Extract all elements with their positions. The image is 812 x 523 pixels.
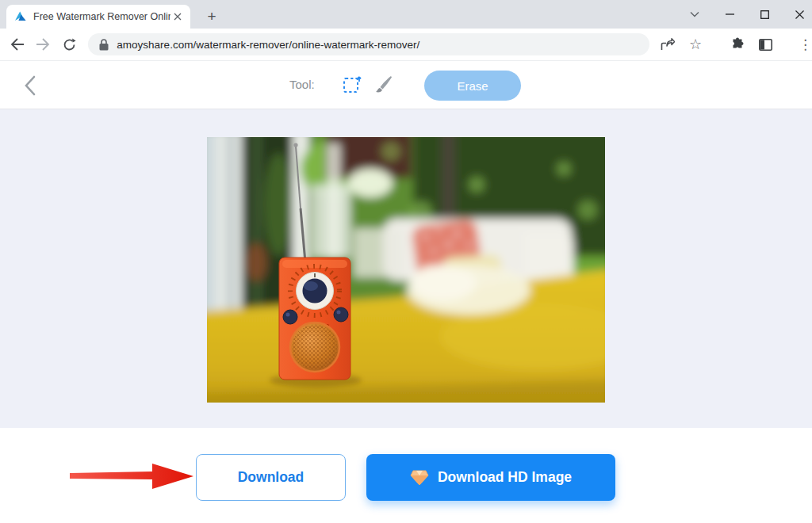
tool-label: Tool: — [289, 78, 315, 91]
lock-icon — [99, 39, 109, 51]
new-tab-button[interactable]: + — [201, 6, 222, 27]
browser-tab[interactable]: Free Watermark Remover Online — [6, 5, 190, 29]
browser-menu-icon[interactable]: ⋮ — [799, 38, 812, 52]
side-panel-icon[interactable] — [756, 35, 774, 54]
bookmark-star-icon[interactable]: ☆ — [687, 35, 704, 54]
tab-close-icon[interactable] — [170, 10, 184, 24]
reload-icon[interactable] — [60, 35, 79, 54]
tab-title: Free Watermark Remover Online — [33, 11, 170, 22]
share-icon[interactable] — [659, 35, 676, 54]
editor-canvas-area — [0, 109, 812, 428]
minimize-icon[interactable] — [723, 8, 736, 21]
erase-button[interactable]: Erase — [424, 71, 521, 101]
tab-search-chevron-icon[interactable] — [688, 8, 701, 21]
brush-tool-icon[interactable] — [373, 74, 394, 95]
diamond-icon — [410, 470, 429, 486]
editor-toolbar: Tool: Erase — [0, 61, 812, 109]
amoyshare-logo-icon — [14, 10, 27, 23]
download-section: Download Download HD Image — [0, 428, 812, 523]
address-bar-actions: ☆ ⋮ — [659, 35, 812, 54]
photo-illustration — [207, 137, 605, 403]
url-bar[interactable]: amoyshare.com/watermark-remover/online-w… — [88, 33, 649, 55]
close-window-icon[interactable] — [793, 8, 806, 21]
window-controls — [688, 0, 806, 29]
editor-back-button[interactable] — [24, 75, 41, 94]
forward-icon[interactable] — [33, 35, 52, 54]
download-hd-button[interactable]: Download HD Image — [366, 454, 615, 501]
maximize-icon[interactable] — [758, 8, 771, 21]
edited-image[interactable] — [207, 137, 605, 403]
download-button[interactable]: Download — [196, 454, 346, 501]
browser-window: Free Watermark Remover Online + — [0, 0, 812, 523]
rect-select-tool-icon[interactable] — [342, 74, 362, 95]
url-text: amoyshare.com/watermark-remover/online-w… — [117, 39, 419, 51]
tab-bar: Free Watermark Remover Online + — [0, 0, 812, 29]
download-hd-label: Download HD Image — [438, 469, 572, 486]
back-icon[interactable] — [8, 35, 27, 54]
address-bar: amoyshare.com/watermark-remover/online-w… — [0, 29, 812, 61]
red-pointer-arrow — [70, 461, 195, 491]
extensions-puzzle-icon[interactable] — [729, 35, 746, 54]
